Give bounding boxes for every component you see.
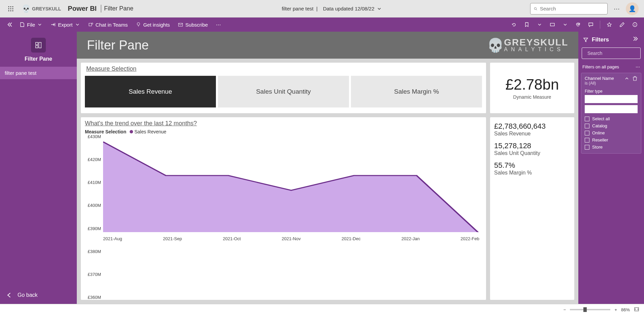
stat-value: 15,278,128 xyxy=(494,141,570,150)
export-menu[interactable]: Export xyxy=(47,20,83,30)
reset-icon[interactable] xyxy=(508,19,520,30)
svg-point-2 xyxy=(12,6,13,7)
subscribe-button[interactable]: Subscribe xyxy=(174,20,211,30)
report-title: filter pane test | xyxy=(282,6,317,11)
workspace-name[interactable]: Filter Pane xyxy=(104,5,133,12)
svg-rect-14 xyxy=(550,23,554,26)
filter-option[interactable]: Select all xyxy=(585,115,638,122)
svg-rect-18 xyxy=(36,45,38,48)
bookmark-icon[interactable] xyxy=(521,19,533,30)
kpi-card: £2.78bn Dynamic Measure xyxy=(490,63,574,113)
zoom-slider[interactable] xyxy=(570,309,610,310)
svg-point-6 xyxy=(8,10,9,11)
chat-teams-button[interactable]: Chat in Teams xyxy=(85,20,131,30)
refresh-icon[interactable] xyxy=(572,19,584,30)
file-menu[interactable]: File xyxy=(16,20,46,30)
svg-point-8 xyxy=(12,10,13,11)
y-tick: £360M xyxy=(88,295,101,300)
checkbox-icon[interactable] xyxy=(585,138,589,143)
chart-legend: Measure SelectionSales Revenue xyxy=(85,129,482,134)
stats-card: £2,783,660,643 Sales Revenue 15,278,128 … xyxy=(490,117,574,300)
more-icon[interactable]: ⋯ xyxy=(614,5,620,12)
measure-btn-sales-revenue[interactable]: Sales Revenue xyxy=(85,76,216,107)
filter-card-channel-name[interactable]: Channel Name is (All) Filter type xyxy=(581,73,641,154)
stat-label: Sales Unit Quantity xyxy=(494,150,570,156)
filter-option[interactable]: Online xyxy=(585,129,638,136)
section-more-icon[interactable]: ⋯ xyxy=(636,64,640,69)
filter-type-select[interactable] xyxy=(585,95,638,103)
svg-point-4 xyxy=(10,8,11,9)
checkbox-icon[interactable] xyxy=(585,131,589,135)
checkbox-icon[interactable] xyxy=(585,145,589,150)
zoom-level: 86% xyxy=(621,307,630,312)
trend-chart-card: What's the trend over the last 12 months… xyxy=(81,117,486,300)
search-input[interactable] xyxy=(540,6,604,11)
zoom-in-button[interactable]: + xyxy=(614,307,617,312)
expand-filter-pane-icon[interactable] xyxy=(633,36,639,43)
page-tab-filter-pane-test[interactable]: filter pane test xyxy=(0,67,77,79)
svg-point-7 xyxy=(10,10,11,11)
stat-label: Sales Revenue xyxy=(494,131,570,137)
report-icon xyxy=(31,38,46,53)
edit-icon[interactable] xyxy=(616,19,628,30)
more-commands-icon[interactable]: ⋯ xyxy=(213,19,224,30)
data-updated[interactable]: Data updated 12/08/22 xyxy=(323,6,382,11)
svg-point-11 xyxy=(92,23,93,24)
greyskull-logo: 💀GREYSKULL xyxy=(22,4,61,13)
greyskull-logo: 💀 GREYSKULL ANALYTICS xyxy=(487,37,568,53)
y-tick: £390M xyxy=(88,226,101,231)
y-tick: £410M xyxy=(88,180,101,185)
stat-label: Sales Margin % xyxy=(494,170,570,176)
trend-chart[interactable] xyxy=(103,138,479,232)
chevron-down-icon[interactable] xyxy=(559,19,571,30)
filter-option[interactable]: Reseller xyxy=(585,136,638,144)
filter-option[interactable]: Catalog xyxy=(585,122,638,129)
stat-value: £2,783,660,643 xyxy=(494,122,570,131)
global-search[interactable] xyxy=(530,3,608,14)
measure-selection-title: Measure Selection xyxy=(85,65,482,72)
kpi-value: £2.78bn xyxy=(505,76,559,93)
fit-to-page-icon[interactable] xyxy=(634,307,639,313)
clear-filter-icon[interactable] xyxy=(632,76,638,82)
checkbox-icon[interactable] xyxy=(585,117,589,121)
comment-icon[interactable] xyxy=(585,19,597,30)
filter-section-label: Filters on all pages xyxy=(582,64,619,69)
filter-search-input[interactable] xyxy=(587,51,644,56)
x-tick: 2021-Dec xyxy=(342,236,360,241)
filter-type-label: Filter type xyxy=(585,89,638,94)
go-back-button[interactable]: Go back xyxy=(0,286,77,304)
x-tick: 2021-Nov xyxy=(282,236,300,241)
view-icon[interactable] xyxy=(547,19,558,30)
info-icon[interactable] xyxy=(629,19,641,30)
x-tick: 2022-Jan xyxy=(401,236,420,241)
favorite-icon[interactable] xyxy=(604,19,615,30)
y-tick: £430M xyxy=(88,134,101,139)
filter-search[interactable] xyxy=(582,48,641,59)
filter-field-name: Channel Name xyxy=(585,76,614,81)
x-tick: 2021-Aug xyxy=(103,236,122,241)
avatar[interactable]: 👤 xyxy=(626,2,639,15)
measure-btn-sales-margin[interactable]: Sales Margin % xyxy=(351,76,482,107)
kpi-label: Dynamic Measure xyxy=(513,94,551,100)
svg-point-12 xyxy=(137,23,140,25)
filter-pane-title: Filters xyxy=(592,36,609,43)
x-tick: 2021-Oct xyxy=(223,236,240,241)
nav-title: Filter Pane xyxy=(25,56,52,62)
collapse-filter-icon[interactable] xyxy=(624,76,630,82)
get-insights-button[interactable]: Get insights xyxy=(132,20,173,30)
y-tick: £400M xyxy=(88,203,101,208)
y-tick: £370M xyxy=(88,272,101,277)
measure-btn-sales-unit-quantity[interactable]: Sales Unit Quantity xyxy=(218,76,349,107)
checkbox-icon[interactable] xyxy=(585,124,589,128)
x-tick: 2022-Feb xyxy=(460,236,479,241)
x-tick: 2021-Sep xyxy=(163,236,182,241)
app-launcher-icon[interactable] xyxy=(5,3,16,14)
zoom-out-button[interactable]: − xyxy=(564,307,566,312)
filter-value-input[interactable] xyxy=(585,105,638,113)
collapse-nav-icon[interactable] xyxy=(3,19,15,30)
filter-option[interactable]: Store xyxy=(585,144,638,151)
svg-rect-16 xyxy=(36,42,38,45)
chevron-down-icon[interactable] xyxy=(534,19,545,30)
measure-selection-card: Measure Selection Sales Revenue Sales Un… xyxy=(81,63,486,113)
svg-point-5 xyxy=(12,8,13,9)
